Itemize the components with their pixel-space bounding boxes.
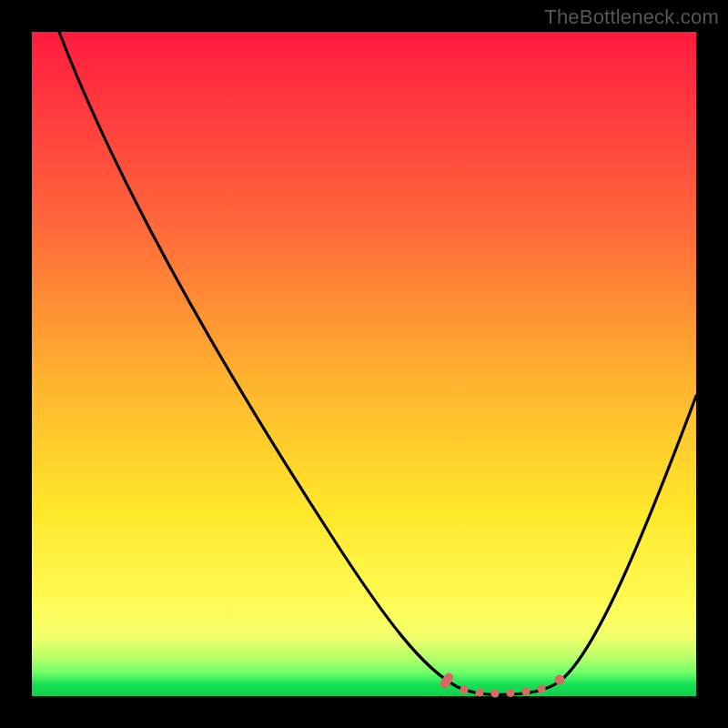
bottleneck-curve: [59, 32, 696, 694]
svg-rect-0: [439, 672, 455, 691]
svg-point-7: [555, 675, 565, 685]
chart-frame: TheBottleneck.com: [0, 0, 728, 728]
svg-point-5: [521, 687, 530, 695]
plot-area: [32, 32, 696, 696]
svg-point-4: [506, 689, 514, 697]
svg-point-6: [537, 684, 545, 693]
svg-point-1: [460, 685, 468, 693]
svg-point-2: [475, 688, 483, 696]
curve-svg: [32, 32, 696, 696]
watermark-text: TheBottleneck.com: [544, 5, 719, 29]
svg-point-3: [490, 689, 499, 697]
